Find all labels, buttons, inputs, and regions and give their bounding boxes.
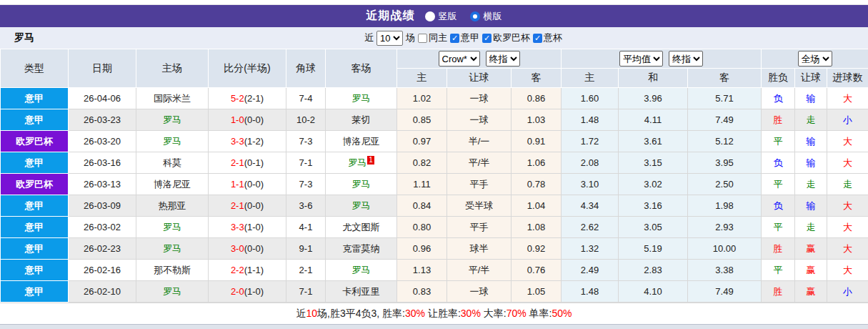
away-team[interactable]: 罗马 [326,88,397,109]
radio-vertical-label[interactable]: 竖版 [439,10,457,23]
handicap-away-odds: 0.76 [512,260,562,281]
average-odds-select[interactable]: 平均值 [619,51,663,67]
corner-count: 7-1 [286,281,326,303]
home-team[interactable]: 罗马 [136,217,209,238]
league-badge: 意甲 [1,152,69,174]
home-team[interactable]: 罗马 [136,109,209,131]
table-header: 类型 日期 主场 比分(半场) 角球 客场 Crow* 终指 平均值 终指 全场 [1,49,868,88]
radio-unchecked-icon[interactable] [425,11,435,21]
away-team[interactable]: 尤文图斯 [326,217,397,238]
away-team[interactable]: 罗马1 [326,152,397,174]
subheader-goals: 进球数 [827,69,868,88]
handicap-away-odds: 1.04 [512,195,562,217]
euro-home-odds: 2.49 [562,260,619,281]
handicap-final-odds-select[interactable]: 终指 [486,51,520,67]
summary-stat-value: 10 [306,308,318,319]
home-team[interactable]: 罗马 [136,238,209,260]
outcome-result: 胜 [762,109,795,131]
euro-away-odds: 1.98 [688,195,762,217]
euro-home-odds: 1.72 [562,131,619,152]
same-home-label: 同主 [429,31,447,44]
away-team[interactable]: 罗马 [326,260,397,281]
corner-count: 9-1 [286,238,326,260]
euro-draw-odds: 3.16 [619,195,688,217]
league-badge: 意甲 [1,260,69,281]
home-team[interactable]: 罗马 [136,281,209,303]
radio-checked-icon[interactable] [470,11,480,21]
away-team[interactable]: 克雷莫纳 [326,238,397,260]
goals-result: 大 [827,152,868,174]
handicap-home-odds: 0.82 [397,152,447,174]
layout-radio-group: 竖版 横版 [425,10,502,23]
table-row: 意甲 26-03-23 罗马 1-0(0-0) 10-2 莱切 0.85 一球 … [1,109,868,131]
subheader-outcome: 胜负 [762,69,795,88]
radio-horizontal-label[interactable]: 横版 [484,10,502,23]
home-team[interactable]: 热那亚 [136,195,209,217]
handicap-line: 一球 [447,109,512,131]
handicap-result: 赢 [795,281,827,303]
euro-draw-odds: 3.61 [619,131,688,152]
away-team[interactable]: 博洛尼亚 [326,131,397,152]
match-count-select[interactable]: 10 [376,31,403,46]
half-time-score: (1-0) [244,286,264,297]
same-home-filter[interactable]: 同主 [418,31,447,44]
away-team[interactable]: 莱切 [326,109,397,131]
col-header-corner: 角球 [286,49,326,88]
handicap-line: 球半 [447,238,512,260]
away-team[interactable]: 罗马 [326,174,397,195]
outcome-result: 负 [762,152,795,174]
away-team[interactable]: 卡利亚里 [326,281,397,303]
col-header-away: 客场 [326,49,397,88]
euro-draw-odds: 4.11 [619,109,688,131]
home-team[interactable]: 科莫 [136,152,209,174]
outcome-result: 平 [762,131,795,152]
full-match-select[interactable]: 全场 [798,51,832,67]
europa-label: 欧罗巴杯 [493,31,530,44]
home-team[interactable]: 那不勒斯 [136,260,209,281]
half-time-score: (0-0) [244,114,264,125]
checkbox-checked-icon[interactable]: ✓ [450,34,459,43]
score-cell: 3-0(0-0) [209,238,286,260]
euro-home-odds: 2.62 [562,217,619,238]
home-team[interactable]: 国际米兰 [136,88,209,109]
league-filter-coppa[interactable]: ✓ 意杯 [533,31,562,44]
euro-draw-odds: 3.96 [619,88,688,109]
outcome-result: 胜 [762,238,795,260]
home-team[interactable]: 罗马 [136,131,209,152]
red-card-badge: 1 [367,156,374,164]
subheader-handicap-result: 让球 [795,69,827,88]
goals-result: 大 [827,238,868,260]
score-cell: 1-1(0-0) [209,174,286,195]
match-date: 26-02-23 [69,238,136,260]
outcome-result: 平 [762,260,795,281]
league-filter-europa[interactable]: ✓ 欧罗巴杯 [482,31,530,44]
checkbox-checked-icon[interactable]: ✓ [482,34,492,43]
col-header-home: 主场 [136,49,209,88]
table-row: 欧罗巴杯 26-03-20 罗马 3-3(1-2) 7-3 博洛尼亚 0.97 … [1,131,868,152]
table-row: 意甲 26-02-16 那不勒斯 2-2(1-1) 2-1 罗马 1.13 平/… [1,260,868,281]
corner-count: 3-6 [286,195,326,217]
summary-stat-value: 30% [405,308,425,319]
subheader-euro-home: 主 [562,69,619,88]
handicap-result: 走 [795,174,827,195]
bookmaker-select[interactable]: Crow* [439,51,480,67]
corner-count: 7-3 [286,174,326,195]
away-team[interactable]: 罗马 [326,195,397,217]
league-badge: 意甲 [1,195,69,217]
handicap-home-odds: 1.02 [397,88,447,109]
home-team[interactable]: 博洛尼亚 [136,174,209,195]
radio-vertical-layout[interactable]: 竖版 [425,10,457,23]
match-date: 26-03-20 [69,131,136,152]
score-cell: 2-2(1-1) [209,260,286,281]
checkbox-checked-icon[interactable]: ✓ [533,34,542,43]
checkbox-unchecked-icon[interactable] [418,34,427,43]
handicap-line: 受半球 [447,195,512,217]
score-cell: 5-2(2-1) [209,88,286,109]
league-filter-serie-a[interactable]: ✓ 意甲 [450,31,479,44]
euro-final-odds-select[interactable]: 终指 [669,51,703,67]
handicap-result: 输 [795,152,827,174]
radio-horizontal-layout[interactable]: 横版 [470,10,502,23]
half-time-score: (0-0) [244,179,264,190]
match-date: 26-03-02 [69,217,136,238]
subheader-handicap-line: 让球 [447,69,512,88]
